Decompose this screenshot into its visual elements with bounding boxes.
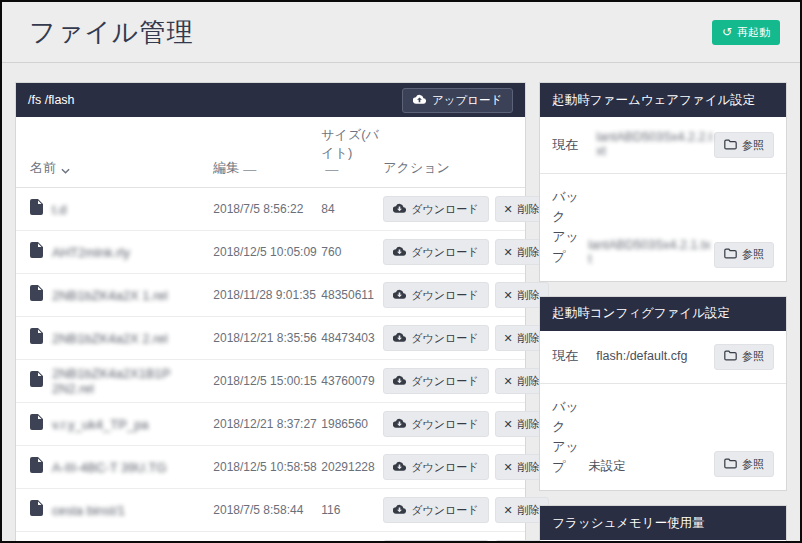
file-manager-panel: /fs /flash アップロード 名前 xyxy=(15,82,526,543)
delete-icon: ✕ xyxy=(504,290,513,301)
file-size: 20291228 xyxy=(321,460,383,474)
table-row: v.r.y_uk4_TP_pa 2018/12/21 8:37:27 19865… xyxy=(16,403,525,446)
file-edited: 2018/12/5 15:00:15 xyxy=(213,374,321,388)
download-button[interactable]: ダウンロード xyxy=(383,368,488,394)
file-name: AHT2mlnk.rly xyxy=(52,245,130,260)
sort-dash-icon: — xyxy=(243,162,256,177)
file-table-header: 名前 編集 — サイズ(バイト) — xyxy=(16,117,525,188)
column-header-size[interactable]: サイズ(バイト) — xyxy=(321,126,383,177)
firmware-backup-browse-button[interactable]: 参照 xyxy=(714,242,774,268)
file-name: cesta binst/1 xyxy=(52,503,125,518)
current-label: 現在 xyxy=(552,135,596,155)
cloud-download-icon xyxy=(393,375,406,387)
settings-column: 起動時ファームウェアファイル設定 現在 lantABD503Sx4.2.2.tx… xyxy=(539,82,787,543)
config-settings-panel: 起動時コンフィグファイル設定 現在 flash:/default.cfg 参照 … xyxy=(539,296,787,492)
column-header-edited[interactable]: 編集 — xyxy=(213,159,256,177)
download-button-label: ダウンロード xyxy=(411,331,478,346)
cloud-download-icon xyxy=(393,332,406,344)
backup-label: バックアップ xyxy=(552,397,588,478)
file-size: 48473403 xyxy=(321,331,383,345)
firmware-current-value: lantABD503Sx4.2.2.txt xyxy=(596,130,714,160)
config-backup-browse-button[interactable]: 参照 xyxy=(714,451,774,477)
file-icon xyxy=(30,328,43,348)
config-current-browse-button[interactable]: 参照 xyxy=(714,344,774,370)
firmware-settings-panel: 起動時ファームウェアファイル設定 現在 lantABD503Sx4.2.2.tx… xyxy=(539,82,787,282)
file-table-body: t.d 2018/7/5 8:56:22 84 ダウンロード ✕ xyxy=(16,188,525,543)
cloud-download-icon xyxy=(393,504,406,516)
delete-button-label: 削除 xyxy=(518,331,540,346)
download-button[interactable]: ダウンロード xyxy=(383,325,488,351)
delete-button-label: 削除 xyxy=(518,245,540,260)
sort-dash-icon: — xyxy=(325,162,338,177)
firmware-current-browse-button[interactable]: 参照 xyxy=(714,132,774,158)
table-row: cesta binst/1 2018/7/5 8:58:44 116 ダウンロー… xyxy=(16,489,525,532)
delete-button-label: 削除 xyxy=(518,417,540,432)
file-icon xyxy=(30,500,43,520)
file-size: 116 xyxy=(321,503,383,517)
delete-icon: ✕ xyxy=(504,204,513,215)
delete-icon: ✕ xyxy=(504,505,513,516)
download-button-label: ダウンロード xyxy=(411,288,478,303)
file-icon xyxy=(30,457,43,477)
file-size: 84 xyxy=(321,202,383,216)
browse-button-label: 参照 xyxy=(742,247,764,262)
current-path: /fs /flash xyxy=(28,93,75,107)
file-size: 760 xyxy=(321,245,383,259)
content-area: /fs /flash アップロード 名前 xyxy=(2,63,800,543)
column-header-name[interactable]: 名前 xyxy=(30,159,70,177)
file-edited: 2018/12/5 10:05:09 xyxy=(213,245,321,259)
delete-button-label: 削除 xyxy=(518,202,540,217)
table-row: 2NB1bZK4a2X 1.rel 2018/11/28 9:01:35 483… xyxy=(16,274,525,317)
config-current-value: flash:/default.cfg xyxy=(596,349,714,365)
page-title: ファイル管理 xyxy=(29,15,712,50)
restart-button[interactable]: ↺ 再起動 xyxy=(712,20,780,45)
file-name: v.r.y_uk4_TP_pa xyxy=(52,417,149,432)
download-button[interactable]: ダウンロード xyxy=(383,497,488,523)
folder-icon xyxy=(724,458,737,471)
download-button[interactable]: ダウンロード xyxy=(383,454,488,480)
download-button-label: ダウンロード xyxy=(411,503,478,518)
column-header-actions: アクション xyxy=(383,160,450,175)
browse-button-label: 参照 xyxy=(742,457,764,472)
file-edited: 2018/12/21 8:37:27 xyxy=(213,417,321,431)
firmware-panel-title: 起動時ファームウェアファイル設定 xyxy=(540,83,786,117)
config-backup-row: バックアップ 未設定 参照 xyxy=(540,384,786,491)
restart-button-label: 再起動 xyxy=(737,25,770,40)
file-edited: 2018/12/21 8:35:56 xyxy=(213,331,321,345)
firmware-backup-value: lantABD503Sx4.2.1.txt xyxy=(588,238,714,268)
folder-icon xyxy=(724,248,737,261)
table-row: 2NB1bZK4a2X1B1P 2N2.rel 2018/12/5 15:00:… xyxy=(16,360,525,403)
upload-button-label: アップロード xyxy=(432,93,502,108)
table-row: AHT2mlnk.rly 2018/12/5 10:05:09 760 ダウンロ… xyxy=(16,231,525,274)
file-icon xyxy=(30,414,43,434)
config-backup-value: 未設定 xyxy=(588,458,714,477)
download-button-label: ダウンロード xyxy=(411,417,478,432)
file-icon xyxy=(30,199,43,219)
upload-button[interactable]: アップロード xyxy=(402,88,513,113)
download-button-label: ダウンロード xyxy=(411,460,478,475)
restart-icon: ↺ xyxy=(722,26,732,38)
file-edited: 2018/12/5 10:58:58 xyxy=(213,460,321,474)
cloud-download-icon xyxy=(393,203,406,215)
download-button[interactable]: ダウンロード xyxy=(383,196,488,222)
file-name: 2NB1bZK4a2X 1.rel xyxy=(52,288,168,303)
file-name: 2NB1bZK4a2X1B1P 2N2.rel xyxy=(52,366,213,396)
download-button[interactable]: ダウンロード xyxy=(383,282,488,308)
config-current-row: 現在 flash:/default.cfg 参照 xyxy=(540,331,786,384)
file-edited: 2018/11/28 9:01:35 xyxy=(213,288,321,302)
delete-icon: ✕ xyxy=(504,462,513,473)
cloud-download-icon xyxy=(393,461,406,473)
delete-icon: ✕ xyxy=(504,333,513,344)
download-button-label: ダウンロード xyxy=(411,245,478,260)
file-size: 1986560 xyxy=(321,417,383,431)
file-name: A-III-4BC-T 39U.TG xyxy=(52,460,167,475)
browse-button-label: 参照 xyxy=(742,349,764,364)
download-button[interactable]: ダウンロード xyxy=(383,411,488,437)
delete-icon: ✕ xyxy=(504,419,513,430)
download-button[interactable]: ダウンロード xyxy=(383,239,488,265)
backup-label: バックアップ xyxy=(552,187,588,268)
file-icon xyxy=(30,371,43,391)
table-row: t.d 2018/7/5 8:56:22 84 ダウンロード ✕ xyxy=(16,188,525,231)
file-name: t.d xyxy=(52,202,66,217)
firmware-current-row: 現在 lantABD503Sx4.2.2.txt 参照 xyxy=(540,117,786,174)
